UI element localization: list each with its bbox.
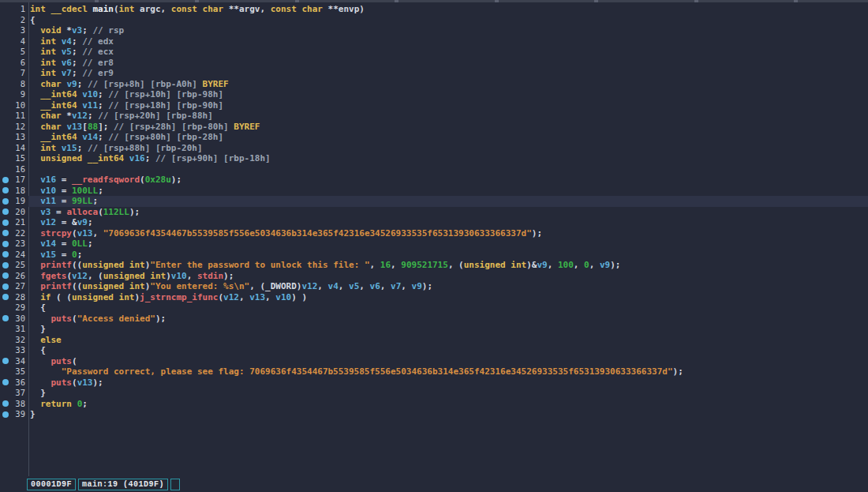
- code-line[interactable]: 14 int v15; // [rsp+88h] [rbp-20h]: [0, 143, 868, 154]
- code-line[interactable]: 8 char v9; // [rsp+8h] [rbp-A0h] BYREF: [0, 79, 868, 90]
- token-pl: (: [66, 271, 72, 281]
- gutter-cell[interactable]: 10: [0, 100, 28, 111]
- gutter-cell[interactable]: 23: [0, 238, 28, 250]
- code-line[interactable]: 16: [0, 164, 868, 175]
- gutter-cell[interactable]: 30: [0, 314, 28, 325]
- breakpoint-dot-icon[interactable]: [2, 284, 9, 290]
- gutter-cell[interactable]: 13: [0, 132, 28, 143]
- breakpoint-dot-icon[interactable]: [2, 379, 9, 385]
- gutter-cell[interactable]: 12: [0, 122, 28, 133]
- breakpoint-dot-icon[interactable]: [2, 177, 9, 183]
- gutter-cell[interactable]: 9: [0, 89, 28, 100]
- gutter-cell[interactable]: 32: [0, 335, 28, 346]
- gutter-cell[interactable]: 36: [0, 377, 28, 389]
- breakpoint-dot-icon[interactable]: [2, 358, 9, 364]
- gutter-cell[interactable]: 35: [0, 366, 28, 377]
- gutter-cell[interactable]: 2: [0, 15, 28, 26]
- gutter-cell[interactable]: 16: [0, 164, 28, 175]
- breakpoint-dot-icon[interactable]: [2, 294, 9, 300]
- token-kw: int: [119, 292, 135, 302]
- code-line[interactable]: 21 v12 = &v9;: [0, 217, 868, 228]
- gutter-cell[interactable]: 34: [0, 356, 28, 367]
- gutter-cell[interactable]: 29: [0, 302, 28, 314]
- breakpoint-dot-icon[interactable]: [2, 262, 9, 269]
- code-line[interactable]: 20 v3 = alloca(112LL);: [0, 207, 868, 218]
- code-line[interactable]: 33 {: [0, 345, 868, 356]
- gutter-cell[interactable]: 4: [0, 36, 28, 47]
- breakpoint-dot-icon[interactable]: [2, 241, 9, 247]
- gutter-cell[interactable]: 21: [0, 217, 28, 228]
- code-line[interactable]: 32 else: [0, 335, 868, 346]
- gutter-cell[interactable]: 19: [0, 196, 28, 207]
- gutter-cell[interactable]: 27: [0, 281, 28, 292]
- code-line[interactable]: 2{: [0, 15, 868, 26]
- gutter-cell[interactable]: 20: [0, 207, 28, 218]
- code-line[interactable]: 39}: [0, 409, 868, 420]
- code-line[interactable]: 24 v15 = 0;: [0, 250, 868, 261]
- code-line[interactable]: 31 }: [0, 324, 868, 335]
- code-line[interactable]: 37 }: [0, 388, 868, 399]
- breakpoint-dot-icon[interactable]: [2, 187, 9, 193]
- code-line[interactable]: 17 v16 = __readfsqword(0x28u);: [0, 175, 868, 186]
- code-line[interactable]: 34 puts(: [0, 356, 868, 367]
- code-line[interactable]: 27 printf((unsigned int)"You entered: %s…: [0, 281, 868, 292]
- code-line[interactable]: 6 int v6; // er8: [0, 58, 868, 69]
- gutter-cell[interactable]: 37: [0, 388, 28, 399]
- token-pl: )&: [526, 260, 537, 270]
- gutter-cell[interactable]: 15: [0, 153, 28, 164]
- breakpoint-dot-icon[interactable]: [2, 251, 9, 257]
- code-line[interactable]: 18 v10 = 100LL;: [0, 186, 868, 197]
- code-line[interactable]: 10 __int64 v11; // [rsp+18h] [rbp-90h]: [0, 100, 868, 111]
- code-line[interactable]: 35 "Password correct, please see flag: 7…: [0, 366, 868, 377]
- gutter-cell[interactable]: 7: [0, 68, 28, 79]
- gutter-cell[interactable]: 28: [0, 292, 28, 303]
- code-line[interactable]: 11 char *v12; // [rsp+20h] [rbp-88h]: [0, 111, 868, 122]
- code-line[interactable]: 22 strcpy(v13, "7069636f4354467b5539585f…: [0, 228, 868, 239]
- gutter-cell[interactable]: 17: [0, 175, 28, 186]
- breakpoint-dot-icon[interactable]: [2, 230, 9, 236]
- code-line[interactable]: 28 if ( (unsigned int)j_strncmp_ifunc(v1…: [0, 292, 868, 303]
- code-line[interactable]: 19 v11 = 99LL;: [0, 196, 868, 207]
- gutter-cell[interactable]: 26: [0, 271, 28, 282]
- code-line[interactable]: 9 __int64 v10; // [rsp+10h] [rbp-98h]: [0, 89, 868, 100]
- breakpoint-dot-icon[interactable]: [2, 220, 9, 226]
- breakpoint-dot-icon[interactable]: [2, 411, 9, 418]
- code-line[interactable]: 38 return 0;: [0, 399, 868, 410]
- breakpoint-dot-icon[interactable]: [2, 315, 9, 321]
- breakpoint-dot-icon[interactable]: [2, 208, 9, 215]
- token-pl: [56, 36, 62, 47]
- breakpoint-dot-icon[interactable]: [2, 272, 9, 279]
- gutter-cell[interactable]: 38: [0, 399, 28, 410]
- code-line[interactable]: 25 printf((unsigned int)"Enter the passw…: [0, 260, 868, 271]
- gutter-cell[interactable]: 3: [0, 25, 28, 36]
- code-line[interactable]: 3 void *v3; // rsp: [0, 25, 868, 36]
- code-line[interactable]: 15 unsigned __int64 v16; // [rsp+90h] [r…: [0, 153, 868, 164]
- code-line[interactable]: 13 __int64 v14; // [rsp+80h] [rbp-28h]: [0, 132, 868, 143]
- gutter-cell[interactable]: 5: [0, 47, 28, 58]
- code-line[interactable]: 26 fgets(v12, (unsigned int)v10, stdin);: [0, 271, 868, 282]
- code-line[interactable]: 4 int v4; // edx: [0, 36, 868, 47]
- gutter-cell[interactable]: 14: [0, 143, 28, 154]
- breakpoint-dot-icon[interactable]: [2, 198, 9, 205]
- code-line[interactable]: 23 v14 = 0LL;: [0, 238, 868, 250]
- gutter-cell[interactable]: 31: [0, 324, 28, 335]
- gutter-cell[interactable]: 33: [0, 345, 28, 356]
- code-line[interactable]: 30 puts("Access denied");: [0, 314, 868, 325]
- gutter-cell[interactable]: 1: [0, 4, 28, 15]
- code-line[interactable]: 29 {: [0, 302, 868, 314]
- gutter-cell[interactable]: 25: [0, 260, 28, 271]
- breakpoint-dot-icon[interactable]: [2, 400, 9, 407]
- gutter-cell[interactable]: 18: [0, 186, 28, 197]
- gutter-cell[interactable]: 11: [0, 111, 28, 122]
- gutter-cell[interactable]: 24: [0, 250, 28, 261]
- code-line[interactable]: 7 int v7; // er9: [0, 68, 868, 79]
- code-line[interactable]: 12 char v13[88]; // [rsp+28h] [rbp-80h] …: [0, 122, 868, 133]
- pseudocode-view[interactable]: 1int __cdecl main(int argc, const char *…: [0, 2, 868, 476]
- gutter-cell[interactable]: 6: [0, 58, 28, 69]
- gutter-cell[interactable]: 22: [0, 228, 28, 239]
- code-line[interactable]: 5 int v5; // ecx: [0, 47, 868, 58]
- code-line[interactable]: 1int __cdecl main(int argc, const char *…: [0, 4, 868, 15]
- gutter-cell[interactable]: 8: [0, 79, 28, 90]
- gutter-cell[interactable]: 39: [0, 409, 28, 420]
- code-line[interactable]: 36 puts(v13);: [0, 377, 868, 389]
